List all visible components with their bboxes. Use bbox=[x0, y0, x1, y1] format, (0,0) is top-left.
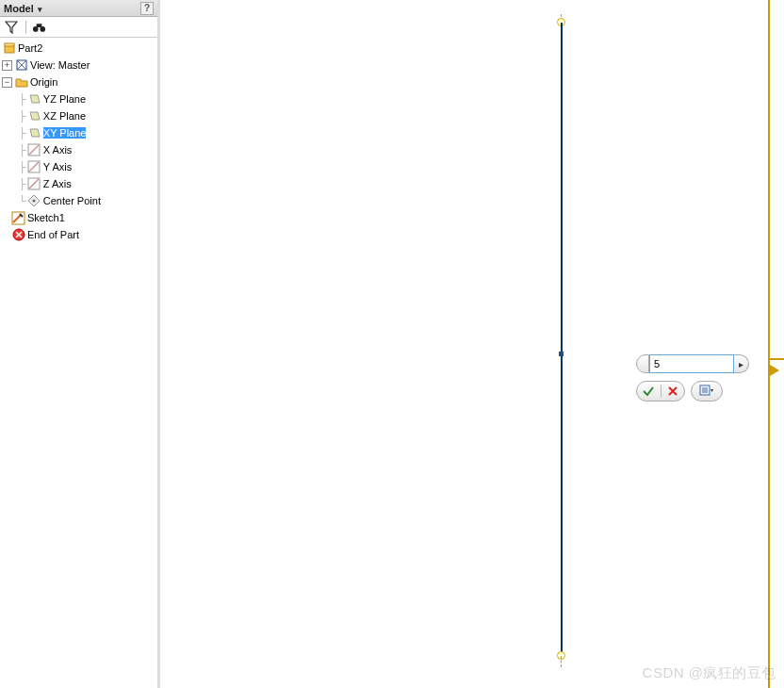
tree-label: Z Axis bbox=[43, 178, 72, 189]
input-grip[interactable] bbox=[636, 354, 649, 373]
browser-toolbar bbox=[0, 17, 157, 38]
options-button[interactable] bbox=[691, 381, 723, 401]
binoculars-icon[interactable] bbox=[32, 20, 46, 34]
sketch-midpoint[interactable] bbox=[559, 352, 564, 356]
tree-twig: ├ bbox=[19, 127, 26, 139]
sketch-line[interactable] bbox=[561, 23, 563, 656]
part-icon bbox=[2, 41, 16, 56]
cancel-button[interactable] bbox=[662, 382, 685, 401]
axis-icon bbox=[27, 143, 41, 157]
arrow-head-icon bbox=[770, 365, 779, 376]
tree-twig: └ bbox=[19, 195, 26, 206]
tree-twig: ├ bbox=[19, 144, 26, 156]
axis-icon bbox=[27, 177, 41, 191]
plane-icon bbox=[27, 126, 41, 140]
tree-label: YZ Plane bbox=[43, 93, 86, 105]
mini-toolbar bbox=[636, 381, 723, 401]
watermark-text: CSDN @疯狂的豆包 bbox=[643, 664, 776, 682]
x-icon bbox=[667, 385, 678, 397]
tree-label: Origin bbox=[30, 76, 57, 88]
filter-icon[interactable] bbox=[4, 20, 18, 34]
tree-label: View: Master bbox=[30, 59, 90, 71]
confirm-cancel-group bbox=[636, 381, 685, 401]
tree-x-axis[interactable]: ├ X Axis bbox=[0, 141, 157, 158]
tree-label: X Axis bbox=[43, 144, 73, 156]
expander-icon[interactable]: − bbox=[2, 77, 12, 88]
graphics-viewport[interactable]: ▸ bbox=[163, 0, 784, 688]
tree-twig: ├ bbox=[19, 161, 26, 172]
tree-twig: ├ bbox=[19, 110, 26, 122]
tree-label: Center Point bbox=[43, 195, 101, 206]
help-icon[interactable]: ? bbox=[140, 2, 154, 15]
folder-icon bbox=[14, 75, 28, 90]
expander-icon[interactable]: + bbox=[2, 60, 12, 71]
panel-title[interactable]: Model bbox=[4, 3, 42, 14]
point-icon bbox=[27, 194, 41, 208]
tree-xy-plane[interactable]: ├ XY Plane bbox=[0, 124, 157, 141]
tree-twig: ├ bbox=[19, 178, 26, 189]
end-icon bbox=[11, 228, 25, 242]
tree-z-axis[interactable]: ├ Z Axis bbox=[0, 175, 157, 192]
tree-view-node[interactable]: + View: Master bbox=[0, 57, 157, 74]
tree-xz-plane[interactable]: ├ XZ Plane bbox=[0, 107, 157, 124]
plane-icon bbox=[27, 109, 41, 123]
svg-line-9 bbox=[29, 162, 39, 172]
sketch-icon bbox=[11, 211, 25, 225]
spinner-button[interactable]: ▸ bbox=[734, 354, 749, 373]
tree-label: Sketch1 bbox=[27, 212, 65, 223]
model-browser-panel: Model ? Part2 + View: Master − Origin bbox=[0, 0, 160, 688]
tree-y-axis[interactable]: ├ Y Axis bbox=[0, 158, 157, 175]
tree-end-of-part[interactable]: End of Part bbox=[0, 226, 157, 243]
svg-line-7 bbox=[29, 145, 39, 155]
view-icon bbox=[14, 58, 28, 73]
tree-sketch[interactable]: Sketch1 bbox=[0, 209, 157, 226]
reference-axis-line bbox=[768, 0, 770, 688]
sketch-line-extension-bottom bbox=[561, 656, 562, 667]
axis-icon bbox=[27, 160, 41, 174]
panel-header[interactable]: Model ? bbox=[0, 0, 157, 17]
tree-label: Part2 bbox=[18, 42, 42, 54]
svg-point-12 bbox=[33, 200, 36, 203]
list-options-icon bbox=[699, 385, 714, 398]
toolbar-separator bbox=[25, 21, 26, 34]
dimension-input-popup: ▸ bbox=[636, 354, 749, 373]
svg-rect-4 bbox=[5, 43, 14, 46]
direction-arrow bbox=[770, 347, 784, 381]
tree-label: XZ Plane bbox=[43, 110, 86, 122]
tree-label: Y Axis bbox=[43, 161, 72, 172]
ok-button[interactable] bbox=[637, 382, 661, 401]
tree-yz-plane[interactable]: ├ YZ Plane bbox=[0, 90, 157, 107]
tree-label: End of Part bbox=[27, 229, 79, 240]
tree-center-point[interactable]: └ Center Point bbox=[0, 192, 157, 209]
check-icon bbox=[642, 385, 655, 398]
plane-icon bbox=[27, 92, 41, 106]
tree-label-selected: XY Plane bbox=[43, 127, 87, 139]
svg-rect-2 bbox=[37, 24, 42, 27]
svg-line-11 bbox=[29, 179, 39, 188]
model-tree: Part2 + View: Master − Origin ├ YZ Plane… bbox=[0, 38, 157, 245]
dimension-value-input[interactable] bbox=[649, 354, 734, 373]
tree-twig: ├ bbox=[19, 93, 26, 105]
tree-origin-node[interactable]: − Origin bbox=[0, 74, 157, 90]
tree-root-part[interactable]: Part2 bbox=[0, 40, 157, 57]
